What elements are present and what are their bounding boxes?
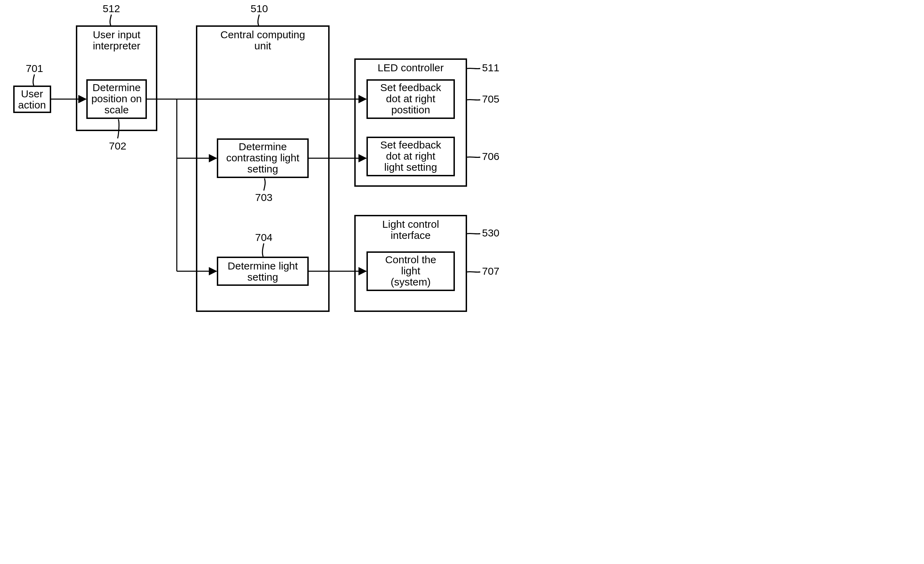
- ref-704: 704: [255, 232, 273, 243]
- b704-l1: Determine light: [228, 260, 298, 272]
- ref-510: 510: [250, 3, 268, 14]
- ref-511: 511: [482, 62, 500, 73]
- b703-l2: contrasting light: [226, 152, 300, 163]
- lci-title-2: interface: [390, 229, 430, 241]
- ref-512: 512: [103, 3, 120, 14]
- ref-702: 702: [109, 140, 126, 152]
- b707-l2: light: [401, 265, 420, 277]
- b705-l2: dot at right: [386, 93, 435, 104]
- b705-l1: Set feedback: [380, 82, 441, 93]
- ref-706: 706: [482, 151, 500, 162]
- lci-title-1: Light control: [382, 218, 439, 230]
- leader-512: [110, 15, 111, 25]
- user-action-label-1: User: [21, 88, 43, 99]
- ref-707: 707: [482, 265, 500, 277]
- leader-510: [258, 15, 259, 25]
- b704-l2: setting: [248, 271, 278, 283]
- b706-l2: dot at right: [386, 150, 435, 162]
- b706-l3: light setting: [384, 162, 437, 173]
- leader-707: [467, 272, 480, 272]
- b706-l1: Set feedback: [380, 139, 441, 151]
- ref-530: 530: [482, 227, 500, 239]
- b703-l3: setting: [248, 163, 278, 175]
- uii-title-1: User input: [93, 29, 141, 40]
- leader-701: [33, 75, 34, 85]
- leader-511: [467, 68, 480, 69]
- leader-705: [467, 99, 480, 100]
- b702-l2: position on: [91, 93, 142, 104]
- b702-l3: scale: [104, 104, 129, 115]
- ref-701: 701: [26, 63, 43, 74]
- b705-l3: postition: [391, 104, 430, 115]
- ccu-title-2: unit: [254, 40, 272, 51]
- leader-530: [467, 233, 480, 234]
- b707-l1: Control the: [385, 254, 436, 265]
- b702-l1: Determine: [93, 82, 141, 93]
- ref-705: 705: [482, 93, 500, 105]
- uii-title-2: interpreter: [93, 40, 141, 51]
- b707-l3: (system): [391, 276, 431, 287]
- leader-706: [467, 157, 480, 157]
- user-action-label-2: action: [18, 99, 46, 111]
- ref-703: 703: [255, 191, 273, 203]
- ccu-title-1: Central computing: [220, 29, 305, 40]
- diagram-canvas: User action 701 User input interpreter 5…: [0, 0, 513, 348]
- led-title: LED controller: [378, 62, 444, 73]
- b703-l1: Determine: [239, 141, 287, 152]
